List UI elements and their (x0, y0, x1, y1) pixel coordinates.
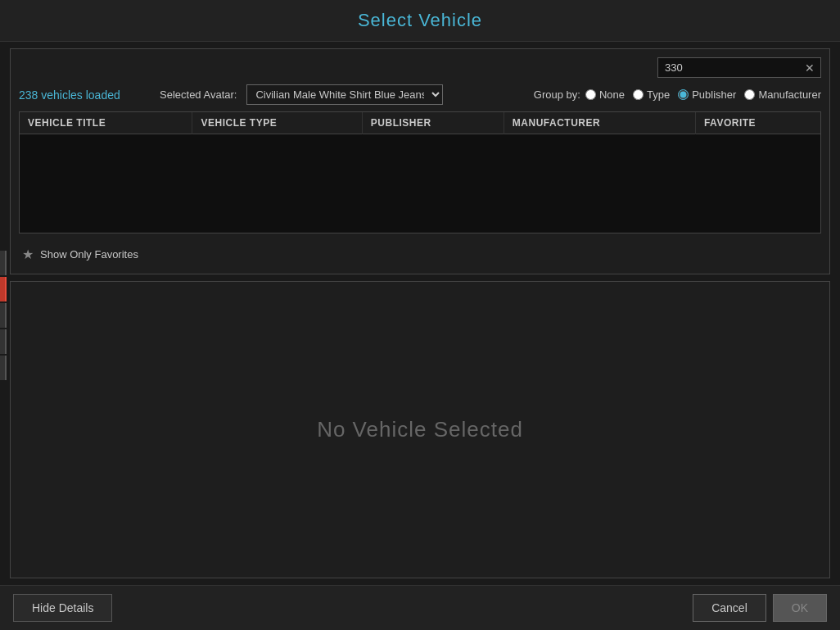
col-publisher: PUBLISHER (362, 112, 504, 134)
radio-type[interactable]: Type (633, 88, 670, 101)
search-bar: ✕ (19, 57, 821, 78)
btn-right-group: Cancel OK (693, 594, 827, 622)
bottom-bar: Hide Details Cancel OK (0, 585, 840, 630)
side-tab (0, 329, 7, 354)
col-favorite: FAVORITE (695, 112, 820, 134)
side-tabs (0, 251, 7, 380)
radio-manufacturer-label: Manufacturer (758, 88, 821, 101)
side-tab-active (0, 277, 7, 301)
cancel-button[interactable]: Cancel (693, 594, 766, 622)
table-empty-cell (20, 134, 820, 233)
main-content: ✕ 238 vehicles loaded Selected Avatar: C… (0, 42, 840, 585)
table-header: VEHICLE TITLE VEHICLE TYPE PUBLISHER MAN… (20, 112, 820, 134)
radio-manufacturer[interactable]: Manufacturer (744, 88, 821, 101)
vehicle-table-container: VEHICLE TITLE VEHICLE TYPE PUBLISHER MAN… (19, 111, 821, 233)
radio-type-label: Type (647, 88, 670, 101)
radio-publisher-input[interactable] (678, 89, 689, 100)
col-manufacturer: MANUFACTURER (504, 112, 695, 134)
radio-none-input[interactable] (585, 89, 596, 100)
table-header-row: VEHICLE TITLE VEHICLE TYPE PUBLISHER MAN… (20, 112, 820, 134)
search-clear-button[interactable]: ✕ (802, 61, 818, 75)
avatar-select[interactable]: Civilian Male White Shirt Blue Jeans Civ… (246, 84, 443, 105)
side-tab (0, 251, 7, 275)
search-wrapper: ✕ (657, 57, 821, 78)
table-body (20, 134, 820, 233)
radio-manufacturer-input[interactable] (744, 89, 755, 100)
radio-publisher[interactable]: Publisher (678, 88, 736, 101)
radio-none[interactable]: None (585, 88, 625, 101)
side-tab (0, 356, 7, 380)
preview-panel: No Vehicle Selected (10, 281, 830, 579)
star-icon: ★ (22, 247, 34, 262)
side-tab (0, 303, 7, 328)
dialog-title: Select Vehicle (358, 10, 482, 30)
col-vehicle-type: VEHICLE TYPE (192, 112, 362, 134)
radio-none-label: None (599, 88, 625, 101)
vehicle-table: VEHICLE TITLE VEHICLE TYPE PUBLISHER MAN… (20, 112, 820, 233)
no-vehicle-text: No Vehicle Selected (317, 417, 523, 442)
radio-group: None Type Publisher Manufacturer (585, 88, 821, 101)
ok-button[interactable]: OK (773, 594, 827, 622)
group-by-label: Group by: (534, 88, 580, 101)
table-empty-row (20, 134, 820, 233)
hide-details-button[interactable]: Hide Details (13, 594, 112, 622)
vehicles-loaded-label: 238 vehicles loaded (19, 88, 150, 102)
col-vehicle-title: VEHICLE TITLE (20, 112, 192, 134)
radio-type-input[interactable] (633, 89, 644, 100)
selected-avatar-label: Selected Avatar: (160, 88, 237, 101)
favorites-row[interactable]: ★ Show Only Favorites (19, 240, 821, 265)
controls-row: 238 vehicles loaded Selected Avatar: Civ… (19, 84, 821, 105)
show-favorites-label: Show Only Favorites (40, 248, 138, 261)
close-icon: ✕ (805, 61, 815, 75)
search-input[interactable] (657, 57, 821, 78)
radio-publisher-label: Publisher (692, 88, 736, 101)
title-bar: Select Vehicle (0, 0, 840, 42)
group-by-section: Group by: None Type Publisher (534, 88, 821, 101)
top-panel: ✕ 238 vehicles loaded Selected Avatar: C… (10, 48, 830, 274)
